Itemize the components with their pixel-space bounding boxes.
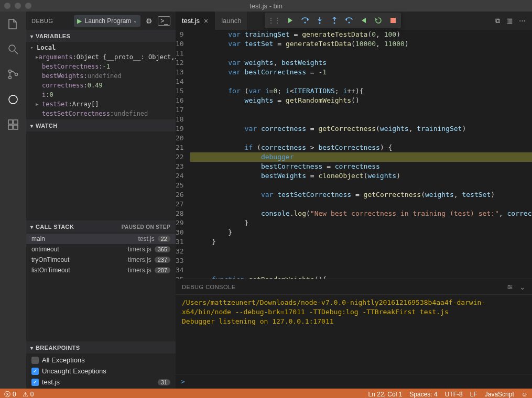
watch-panel: ▾ WATCH bbox=[26, 119, 176, 220]
continue-button[interactable] bbox=[286, 16, 295, 25]
chevron-down-icon: ▾ bbox=[28, 34, 36, 39]
breakpoint-row[interactable]: ✓test.js31 bbox=[26, 377, 176, 388]
debug-console-output[interactable]: /Users/mattzeunert/Downloads/node-v7.0.0… bbox=[176, 295, 532, 374]
indentation[interactable]: Spaces: 4 bbox=[409, 391, 437, 398]
callstack-frame[interactable]: maintest.js22 bbox=[26, 234, 176, 244]
svg-point-1 bbox=[9, 70, 12, 73]
titlebar: test.js - bin bbox=[0, 0, 532, 12]
checkbox-icon[interactable] bbox=[31, 357, 39, 364]
chevron-down-icon: ▾ bbox=[28, 224, 36, 230]
watch-header[interactable]: ▾ WATCH bbox=[26, 120, 176, 131]
variable-row[interactable]: testSetCorrectness: undefined bbox=[26, 109, 176, 118]
breakpoints-header[interactable]: ▾ BREAKPOINTS bbox=[26, 342, 176, 353]
language-mode[interactable]: JavaScript bbox=[485, 391, 514, 398]
window-title: test.js - bin bbox=[0, 2, 532, 10]
checkbox-icon[interactable]: ✓ bbox=[31, 368, 39, 375]
debug-console-tab[interactable]: DEBUG CONSOLE bbox=[182, 284, 235, 290]
svg-rect-8 bbox=[14, 125, 18, 129]
svg-rect-13 bbox=[390, 18, 396, 23]
svg-point-11 bbox=[334, 23, 335, 24]
cursor-position[interactable]: Ln 22, Col 1 bbox=[368, 391, 403, 398]
svg-point-2 bbox=[9, 76, 12, 79]
more-actions-icon[interactable]: ⋯ bbox=[519, 17, 526, 25]
callstack-panel: ▾ CALL STACK PAUSED ON STEP maintest.js2… bbox=[26, 220, 176, 277]
editor-area: test.js×launch ⋮⋮ ⧉ ▥ ⋯ 9101112131415161… bbox=[176, 12, 532, 389]
debug-sidebar-header: DEBUG ▶ Launch Program ⌄ ⚙ >_ bbox=[26, 12, 176, 30]
editor-tabs: test.js×launch ⋮⋮ ⧉ ▥ ⋯ bbox=[176, 12, 532, 30]
chevron-down-icon[interactable]: ⌄ bbox=[519, 283, 526, 291]
debug-sidebar: DEBUG ▶ Launch Program ⌄ ⚙ >_ ▾ VARIABLE… bbox=[26, 12, 176, 389]
encoding[interactable]: UTF-8 bbox=[445, 391, 463, 398]
debug-toolbar[interactable]: ⋮⋮ bbox=[265, 13, 401, 28]
chevron-down-icon: ▾ bbox=[28, 345, 36, 351]
split-editor-icon[interactable]: ⧉ bbox=[495, 17, 500, 25]
errors-count[interactable]: ⓧ 0 bbox=[4, 390, 16, 399]
breakpoints-panel: ▾ BREAKPOINTS All Exceptions✓Uncaught Ex… bbox=[26, 341, 176, 389]
reverse-continue-button[interactable] bbox=[344, 16, 354, 25]
variable-row[interactable]: bestCorrectness: -1 bbox=[26, 62, 176, 71]
prompt-icon: > bbox=[181, 378, 185, 385]
pause-reason: PAUSED ON STEP bbox=[122, 224, 173, 230]
variable-row[interactable]: bestWeights: undefined bbox=[26, 71, 176, 81]
editor-tab[interactable]: test.js× bbox=[176, 12, 215, 30]
step-back-button[interactable] bbox=[359, 16, 368, 25]
callstack-frame[interactable]: tryOnTimeouttimers.js237 bbox=[26, 255, 176, 265]
play-icon: ▶ bbox=[74, 17, 85, 25]
gear-icon[interactable]: ⚙ bbox=[146, 17, 153, 25]
sidebar-title: DEBUG bbox=[31, 18, 69, 24]
svg-rect-6 bbox=[14, 120, 18, 124]
window-minimize-button[interactable] bbox=[15, 3, 21, 9]
svg-point-0 bbox=[9, 45, 15, 51]
variables-header[interactable]: ▾ VARIABLES bbox=[26, 30, 176, 42]
variable-scope[interactable]: ▾Local bbox=[26, 43, 176, 52]
checkbox-icon[interactable]: ✓ bbox=[31, 379, 39, 386]
breakpoint-row[interactable]: All Exceptions bbox=[26, 355, 176, 366]
callstack-frame[interactable]: listOnTimeouttimers.js207 bbox=[26, 265, 176, 275]
window-maximize-button[interactable] bbox=[25, 3, 31, 9]
editor-tab[interactable]: launch bbox=[215, 12, 248, 30]
restart-button[interactable] bbox=[374, 16, 383, 25]
variable-row[interactable]: i: 0 bbox=[26, 90, 176, 100]
variable-row[interactable]: ▶testSet: Array[] bbox=[26, 100, 176, 109]
chevron-down-icon: ▾ bbox=[28, 123, 36, 129]
chevron-down-icon: ⌄ bbox=[133, 18, 140, 24]
variable-row[interactable]: ▶arguments: Object {__proto__: Object,… bbox=[26, 52, 176, 62]
callstack-frame[interactable]: ontimeouttimers.js365 bbox=[26, 244, 176, 255]
warnings-count[interactable]: ⚠ 0 bbox=[23, 391, 34, 398]
activity-bar bbox=[0, 12, 26, 389]
explorer-icon[interactable] bbox=[6, 17, 20, 31]
close-icon[interactable]: × bbox=[204, 17, 208, 25]
svg-point-10 bbox=[319, 23, 321, 24]
extensions-icon[interactable] bbox=[6, 117, 20, 132]
stop-button[interactable] bbox=[388, 16, 398, 25]
callstack-header[interactable]: ▾ CALL STACK PAUSED ON STEP bbox=[26, 221, 176, 233]
launch-config-name: Launch Program bbox=[85, 17, 134, 25]
window-close-button[interactable] bbox=[4, 3, 10, 9]
search-icon[interactable] bbox=[6, 42, 20, 57]
variable-row[interactable]: correctness: 0.49 bbox=[26, 81, 176, 90]
svg-rect-5 bbox=[8, 120, 13, 124]
debug-console-panel: DEBUG CONSOLE ≋ ⌄ /Users/mattzeunert/Dow… bbox=[176, 279, 532, 389]
debug-icon[interactable] bbox=[6, 92, 20, 107]
step-into-button[interactable] bbox=[315, 16, 324, 25]
clear-console-icon[interactable]: ≋ bbox=[507, 283, 513, 291]
layout-icon[interactable]: ▥ bbox=[506, 17, 513, 25]
svg-point-12 bbox=[349, 22, 350, 24]
code-editor[interactable]: 9101112131415161718192021222324252627282… bbox=[176, 30, 532, 279]
feedback-icon[interactable]: ☺ bbox=[522, 391, 528, 398]
debug-console-input[interactable]: > bbox=[176, 374, 532, 389]
breakpoint-row[interactable]: ✓Uncaught Exceptions bbox=[26, 366, 176, 377]
drag-handle-icon[interactable]: ⋮⋮ bbox=[268, 17, 280, 24]
launch-config-selector[interactable]: ▶ Launch Program ⌄ bbox=[74, 15, 141, 27]
step-over-button[interactable] bbox=[300, 16, 310, 25]
variables-panel: ▾ VARIABLES ▾Local▶arguments: Object {__… bbox=[26, 30, 176, 119]
source-control-icon[interactable] bbox=[6, 67, 20, 82]
debug-console-toggle-icon[interactable]: >_ bbox=[158, 16, 170, 26]
step-out-button[interactable] bbox=[330, 16, 339, 25]
svg-point-9 bbox=[305, 22, 306, 24]
svg-rect-7 bbox=[8, 125, 13, 129]
eol[interactable]: LF bbox=[470, 391, 477, 398]
status-bar: ⓧ 0 ⚠ 0 Ln 22, Col 1 Spaces: 4 UTF-8 LF … bbox=[0, 389, 532, 398]
